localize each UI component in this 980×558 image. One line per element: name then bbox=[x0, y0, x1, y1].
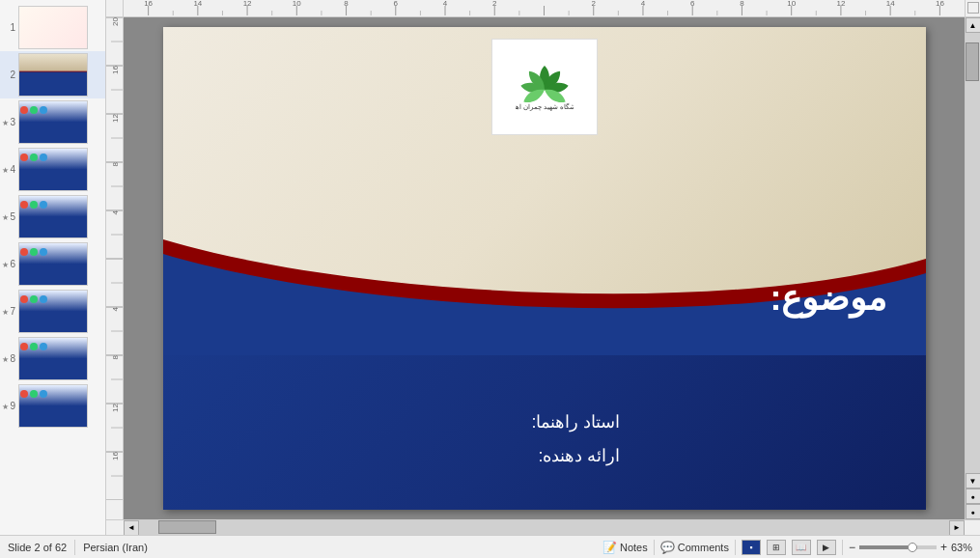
thumb-circle bbox=[40, 390, 47, 398]
main-area: 123★4★5★6★7★8★9★ bbox=[0, 0, 980, 535]
slide-sorter-button[interactable]: ⊞ bbox=[767, 540, 786, 555]
thumb-circle bbox=[30, 295, 38, 303]
comments-button[interactable]: 💬 Comments bbox=[660, 541, 729, 554]
notes-button[interactable]: 📝 Notes bbox=[602, 541, 648, 554]
ruler-horizontal bbox=[124, 0, 965, 17]
slide-number-2: 2 bbox=[4, 70, 15, 80]
star-icon: ★ bbox=[2, 402, 9, 410]
comments-icon: 💬 bbox=[660, 541, 675, 554]
zoom-slider-fill bbox=[859, 545, 910, 549]
logo-box: دانشگاه شهید چمران اهواز bbox=[491, 39, 598, 135]
ruler-vertical bbox=[106, 17, 124, 519]
slide-thumbnail-7 bbox=[18, 290, 88, 333]
normal-view-button[interactable]: ▪ bbox=[742, 540, 761, 555]
thumb-circle bbox=[20, 248, 28, 256]
app-container: 123★4★5★6★7★8★9★ bbox=[0, 0, 980, 558]
slide-thumb-9[interactable]: 9★ bbox=[0, 382, 105, 430]
language-info: Persian (Iran) bbox=[83, 542, 148, 553]
zoom-percent: 63% bbox=[951, 542, 972, 553]
thumb-circle bbox=[20, 153, 28, 161]
slide-thumbnail-6 bbox=[18, 242, 88, 286]
star-icon: ★ bbox=[2, 307, 9, 316]
scroll-track[interactable] bbox=[966, 33, 980, 473]
scroll-right-button[interactable]: ● bbox=[966, 488, 981, 504]
slide-thumbnail-8 bbox=[18, 337, 88, 380]
thumb-circle bbox=[20, 106, 28, 114]
notes-icon: 📝 bbox=[602, 541, 617, 554]
horizontal-scrollbar: ◄ ► bbox=[106, 519, 980, 535]
ruler-corner-right bbox=[965, 0, 980, 17]
notes-label: Notes bbox=[620, 542, 648, 553]
slide-thumb-3[interactable]: 3★ bbox=[0, 98, 105, 146]
scroll-right-hbutton[interactable]: ► bbox=[949, 520, 965, 536]
slide-thumbnail-5 bbox=[18, 195, 88, 238]
slide-advisor-text: استاد راهنما: bbox=[531, 411, 620, 432]
v-ruler-canvas bbox=[106, 17, 124, 500]
thumb-circle bbox=[20, 295, 28, 303]
star-icon: ★ bbox=[2, 260, 9, 268]
reading-view-button[interactable]: 📖 bbox=[792, 540, 811, 555]
slide-subject-text: موضوع: bbox=[770, 278, 887, 319]
slide-number-1: 1 bbox=[4, 22, 15, 33]
star-icon: ★ bbox=[2, 212, 9, 221]
slide-thumb-4[interactable]: 4★ bbox=[0, 146, 105, 193]
slide-thumb-6[interactable]: 6★ bbox=[0, 240, 105, 288]
hscroll-track[interactable] bbox=[139, 520, 949, 535]
status-divider-1 bbox=[74, 540, 75, 555]
thumb-circle bbox=[20, 390, 28, 398]
h-ruler-canvas bbox=[124, 0, 965, 15]
thumb-circle bbox=[40, 153, 47, 161]
status-right: 📝 Notes 💬 Comments ▪ ⊞ 📖 ▶ − bbox=[602, 540, 972, 555]
slide-panel-container: 123★4★5★6★7★8★9★ bbox=[0, 0, 106, 535]
thumb-circle bbox=[30, 153, 38, 161]
scroll-right2-button[interactable]: ● bbox=[966, 504, 981, 519]
zoom-in-button[interactable]: + bbox=[940, 541, 947, 554]
svg-text:دانشگاه شهید چمران اهواز: دانشگاه شهید چمران اهواز bbox=[516, 102, 574, 111]
zoom-control: − + 63% bbox=[849, 541, 972, 554]
scroll-up-button[interactable]: ▲ bbox=[966, 17, 981, 33]
slide-canvas-area: دانشگاه شهید چمران اهواز موضوع: استاد را… bbox=[106, 17, 980, 519]
slide-thumbnail-3 bbox=[18, 100, 88, 144]
thumb-circle bbox=[40, 295, 47, 303]
scroll-thumb[interactable] bbox=[966, 42, 979, 81]
slide-thumbnail-1 bbox=[18, 6, 88, 49]
slide-thumb-8[interactable]: 8★ bbox=[0, 335, 105, 382]
view-toggle[interactable] bbox=[967, 2, 979, 14]
star-icon: ★ bbox=[2, 118, 9, 126]
thumb-circle bbox=[20, 343, 28, 350]
thumb-circle bbox=[30, 248, 38, 256]
slide-thumb-2[interactable]: 2 bbox=[0, 51, 105, 98]
slide-thumb-5[interactable]: 5★ bbox=[0, 193, 105, 240]
slide-thumb-7[interactable]: 7★ bbox=[0, 288, 105, 335]
thumb-circle bbox=[40, 201, 47, 209]
thumb-circle bbox=[30, 201, 38, 209]
zoom-slider[interactable] bbox=[859, 545, 937, 549]
hscroll-thumb[interactable] bbox=[158, 520, 216, 534]
thumb-circle bbox=[30, 390, 38, 398]
university-logo: دانشگاه شهید چمران اهواز bbox=[516, 61, 574, 114]
scroll-left-button[interactable]: ◄ bbox=[124, 520, 139, 536]
star-icon: ★ bbox=[2, 165, 9, 174]
slide-thumb-1[interactable]: 1 bbox=[0, 4, 105, 51]
slide-main: دانشگاه شهید چمران اهواز موضوع: استاد را… bbox=[163, 27, 926, 510]
zoom-out-button[interactable]: − bbox=[849, 541, 855, 554]
status-divider-3 bbox=[735, 540, 736, 555]
vertical-scrollbar: ▲ ▼ ● ● bbox=[965, 17, 980, 519]
zoom-slider-thumb[interactable] bbox=[908, 543, 917, 552]
slide-presenter-text: ارائه دهنده: bbox=[538, 445, 620, 466]
status-bar: Slide 2 of 62 Persian (Iran) 📝 Notes 💬 C… bbox=[0, 535, 980, 558]
status-left: Slide 2 of 62 Persian (Iran) bbox=[8, 540, 591, 555]
slide-canvas-wrapper[interactable]: دانشگاه شهید چمران اهواز موضوع: استاد را… bbox=[124, 17, 965, 519]
scroll-down-button[interactable]: ▼ bbox=[966, 473, 981, 488]
slideshow-button[interactable]: ▶ bbox=[817, 540, 836, 555]
slide-thumbnail-9 bbox=[18, 384, 88, 428]
slide-panel: 123★4★5★6★7★8★9★ bbox=[0, 0, 106, 535]
ruler-top bbox=[106, 0, 980, 17]
ruler-corner bbox=[106, 0, 124, 16]
thumb-circle bbox=[30, 343, 38, 350]
status-divider-2 bbox=[654, 540, 655, 555]
slide-thumbnail-2 bbox=[18, 53, 88, 97]
thumb-circle bbox=[30, 106, 38, 114]
comments-label: Comments bbox=[678, 542, 729, 553]
thumb-circle bbox=[20, 201, 28, 209]
